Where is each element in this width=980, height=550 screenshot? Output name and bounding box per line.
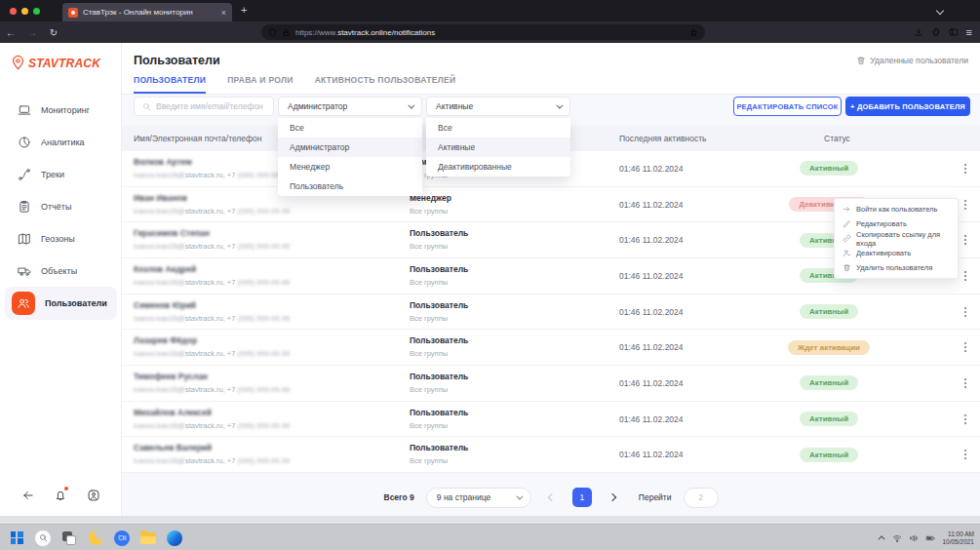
deleted-users-link[interactable]: Удаленные пользователи bbox=[856, 56, 968, 65]
dropdown-option[interactable]: Пользователь bbox=[278, 177, 422, 196]
new-tab-button[interactable]: + bbox=[241, 4, 247, 16]
stavtrack-logo[interactable]: STAVTRACK bbox=[10, 55, 100, 71]
tracking-shield-icon[interactable] bbox=[268, 28, 277, 37]
user-role: Пользователь bbox=[410, 264, 468, 274]
sidebar-item[interactable]: Геозоны bbox=[0, 222, 122, 255]
list-tabs-chevron-icon[interactable] bbox=[936, 7, 944, 15]
user-name-cell: Волков Артем ivanov.ivan26@stavtrack.ru,… bbox=[134, 157, 290, 179]
dropdown-option[interactable]: Все bbox=[426, 118, 570, 138]
user-contact: ivanov.ivan26@stavtrack.ru, +7 (999) 999… bbox=[134, 385, 290, 394]
user-name: Волков Артем bbox=[134, 157, 290, 167]
sidebar-item[interactable]: Мониторинг bbox=[0, 94, 122, 126]
user-group: Все группы bbox=[410, 421, 468, 430]
notifications-bell-icon[interactable] bbox=[54, 489, 67, 502]
bookmark-star-icon[interactable] bbox=[689, 28, 698, 37]
account-icon[interactable] bbox=[87, 489, 100, 502]
minimize-window-button[interactable] bbox=[21, 8, 28, 15]
tab-close-icon[interactable]: × bbox=[221, 8, 226, 18]
sidebar-item[interactable]: Аналитика bbox=[0, 126, 122, 158]
reload-button[interactable]: ↻ bbox=[43, 27, 64, 38]
goto-label: Перейти bbox=[639, 492, 672, 502]
sidebar-item[interactable]: Треки bbox=[0, 158, 122, 190]
edit-list-button[interactable]: РЕДАКТИРОВАТЬ СПИСОК bbox=[733, 97, 842, 116]
search-placeholder: Введите имя/email/телефон bbox=[156, 101, 263, 111]
status-cell: Активный bbox=[761, 402, 897, 437]
menu-hamburger-icon[interactable]: ≡ bbox=[966, 26, 972, 38]
row-actions-menu-button[interactable] bbox=[964, 330, 966, 365]
window-controls bbox=[10, 8, 40, 15]
user-name-cell: Савельев Валерий ivanov.ivan26@stavtrack… bbox=[134, 443, 290, 465]
last-activity-cell: 01:46 11.02.2024 bbox=[619, 187, 684, 222]
user-group: Все группы bbox=[410, 242, 468, 251]
dropdown-option[interactable]: Активные bbox=[426, 138, 570, 157]
sidebar-panel-icon[interactable] bbox=[949, 27, 959, 37]
row-actions-menu-button[interactable] bbox=[964, 402, 966, 437]
add-user-button[interactable]: + ДОБАВИТЬ ПОЛЬЗОВАТЕЛЯ bbox=[845, 97, 970, 116]
goto-page-input[interactable]: 2 bbox=[684, 488, 719, 508]
collapse-arrow-icon[interactable] bbox=[21, 489, 35, 502]
status-filter-dropdown: Все Активные Деактивированные bbox=[426, 118, 570, 177]
per-page-value: 9 на странице bbox=[437, 492, 490, 502]
page-tab[interactable]: АКТИВНОСТЬ ПОЛЬЗОВАТЕЛЕЙ bbox=[315, 75, 456, 94]
user-search-input[interactable]: Введите имя/email/телефон bbox=[134, 97, 274, 116]
browser-tab[interactable]: СтавТрэк - Онлайн мониторин × bbox=[62, 3, 232, 21]
file-explorer-icon[interactable] bbox=[139, 530, 157, 547]
row-actions-menu-button[interactable] bbox=[964, 437, 966, 472]
user-name-cell: Иван Иванов ivanov.ivan26@stavtrack.ru, … bbox=[134, 193, 290, 216]
context-menu-item[interactable]: Войти как пользователь bbox=[835, 202, 958, 216]
chat-app-icon[interactable] bbox=[113, 530, 131, 547]
chevron-down-icon bbox=[408, 101, 414, 108]
page-tab[interactable]: ПОЛЬЗОВАТЕЛИ bbox=[134, 75, 206, 94]
row-actions-menu-button[interactable] bbox=[964, 222, 966, 257]
context-menu-item[interactable]: Удалить пользователя bbox=[835, 260, 958, 275]
edge-browser-icon[interactable] bbox=[166, 530, 183, 547]
user-name: Семенов Юрий bbox=[134, 300, 290, 310]
dropdown-option[interactable]: Деактивированные bbox=[426, 157, 570, 177]
start-button[interactable] bbox=[8, 530, 25, 547]
moon-app-icon[interactable] bbox=[87, 530, 104, 547]
sidebar-item[interactable]: Пользователи bbox=[5, 287, 117, 320]
close-window-button[interactable] bbox=[10, 8, 17, 15]
user-name-cell: Михайлов Алексей ivanov.ivan26@stavtrack… bbox=[134, 408, 290, 430]
task-view-icon[interactable] bbox=[60, 530, 78, 547]
row-actions-menu-button[interactable] bbox=[964, 295, 966, 330]
geozones-icon bbox=[18, 232, 31, 246]
downloads-icon[interactable] bbox=[914, 27, 923, 37]
next-page-button[interactable] bbox=[604, 489, 621, 506]
maximize-window-button[interactable] bbox=[33, 8, 40, 15]
user-name: Лазарев Фёдор bbox=[134, 335, 290, 345]
dropdown-option[interactable]: Все bbox=[278, 118, 422, 138]
volume-icon[interactable] bbox=[909, 533, 919, 543]
sidebar-item[interactable]: Отчёты bbox=[0, 190, 122, 222]
back-button[interactable]: ← bbox=[0, 27, 21, 38]
wifi-icon[interactable] bbox=[892, 533, 902, 543]
row-actions-menu-button[interactable] bbox=[964, 187, 966, 222]
prev-page-button[interactable] bbox=[543, 489, 561, 506]
role-filter-select[interactable]: Администратор bbox=[278, 97, 422, 116]
page-number-button[interactable]: 1 bbox=[572, 488, 592, 507]
user-role: Пользователь bbox=[410, 443, 468, 452]
dropdown-option[interactable]: Администратор bbox=[278, 138, 422, 157]
dropdown-option[interactable]: Менеджер bbox=[278, 157, 422, 177]
context-menu-item[interactable]: Деактивировать bbox=[835, 246, 958, 260]
user-name: Тимофеев Руслан bbox=[134, 372, 290, 381]
row-actions-menu-button[interactable] bbox=[964, 366, 966, 401]
page-tab[interactable]: ПРАВА И РОЛИ bbox=[227, 75, 294, 94]
context-menu-item[interactable]: Скопировать ссылку для входа bbox=[835, 231, 958, 246]
extensions-icon[interactable] bbox=[931, 27, 941, 37]
last-activity-cell: 01:46 11.02.2024 bbox=[619, 366, 684, 401]
taskbar-search-icon[interactable] bbox=[34, 530, 52, 547]
sidebar-item[interactable]: Объекты bbox=[0, 255, 122, 287]
user-contact: ivanov.ivan26@stavtrack.ru, +7 (999) 999… bbox=[134, 314, 290, 323]
row-actions-menu-button[interactable] bbox=[964, 151, 966, 186]
tray-expand-icon[interactable] bbox=[879, 535, 885, 542]
battery-icon[interactable] bbox=[925, 533, 935, 543]
per-page-select[interactable]: 9 на странице bbox=[426, 488, 531, 508]
row-actions-menu-button[interactable] bbox=[964, 258, 966, 294]
user-role: Пользователь bbox=[410, 300, 468, 310]
last-activity-cell: 01:46 11.02.2024 bbox=[619, 258, 684, 294]
forward-button[interactable]: → bbox=[21, 27, 43, 38]
clock[interactable]: 11:00 AM 10/05/2021 bbox=[942, 530, 974, 546]
url-bar[interactable]: https://www.stavtrack.online/notificatio… bbox=[261, 24, 705, 40]
status-filter-select[interactable]: Активные bbox=[426, 97, 570, 116]
